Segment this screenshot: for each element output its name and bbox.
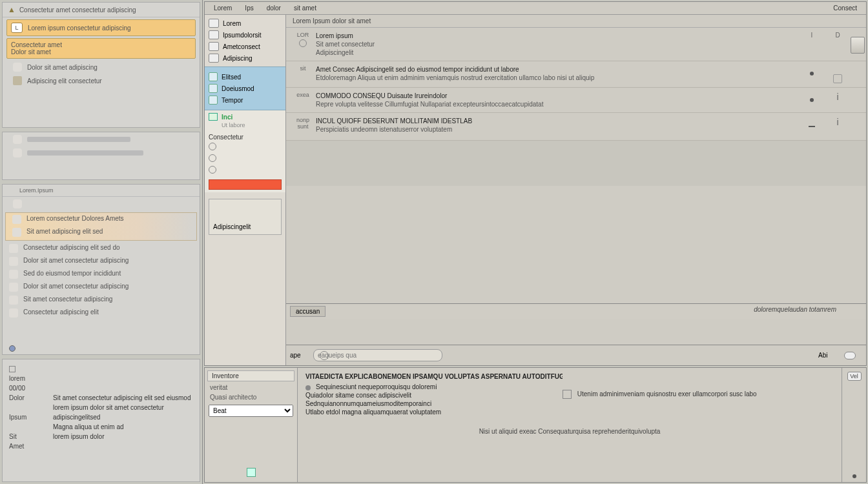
bottom-right-rail: Vel xyxy=(842,368,866,482)
toggle[interactable] xyxy=(844,352,856,359)
notification-text: Lorem ipsum consectetur adipiscing xyxy=(28,25,131,32)
list-item[interactable]: LOR Lorem ipsum Sit amet consectetur Adi… xyxy=(286,28,866,61)
property-value: adipiscingelitsed xyxy=(53,414,100,421)
property-value: lorem ipsum dolor xyxy=(53,433,104,440)
bottom-panel: Inventore veritat Quasi architecto Beat … xyxy=(204,367,867,483)
alert-bar[interactable] xyxy=(209,179,282,190)
status-text: doloremquelaudan totamrem xyxy=(754,306,836,317)
list-tag: exea xyxy=(296,92,309,98)
notification-item-highlighted[interactable]: Consectetur amet Dolor sit amet xyxy=(6,38,196,59)
nav-category-header[interactable]: Inci xyxy=(209,113,282,121)
list-tag: sit xyxy=(300,65,306,72)
tab[interactable]: dolor xyxy=(260,3,287,13)
item-icon xyxy=(9,296,18,305)
nav-item[interactable]: Ametconsect xyxy=(209,41,282,52)
dot-icon xyxy=(852,474,856,478)
warning-icon: ▲ xyxy=(8,5,16,14)
nav-item-selected[interactable]: Elitsed xyxy=(209,71,282,83)
category-item[interactable] xyxy=(209,164,282,176)
list-item[interactable]: Consectetur adipiscing elit sed do xyxy=(3,242,200,255)
list-item-label: Sit amet consectetur adipiscing xyxy=(23,296,112,305)
property-row: 00/00 xyxy=(9,383,193,393)
category-title: Consectetur xyxy=(209,134,282,141)
content-text: Utlabo etdol magna aliquamquaerat volupt… xyxy=(305,408,441,416)
placeholder-text xyxy=(27,150,143,156)
nav-card[interactable]: Adipiscingelit xyxy=(209,199,282,235)
action-button[interactable] xyxy=(851,37,865,54)
avatar-icon xyxy=(13,76,22,85)
list-title: Amet Consec Adipiscingelit sed do eiusmo… xyxy=(316,65,794,74)
tab-label[interactable]: Lorem.Ipsum xyxy=(19,187,54,194)
panel-row[interactable] xyxy=(6,133,196,146)
nav-item[interactable]: Ipsumdolorsit xyxy=(209,29,282,41)
list-item[interactable]: Sed do eiusmod tempor incididunt xyxy=(3,268,200,281)
list-item[interactable]: Sit amet consectetur adipiscing xyxy=(3,294,200,307)
property-row: Magna aliqua ut enim ad xyxy=(9,422,193,432)
list-item[interactable]: Consectetur adipiscing elit xyxy=(3,307,200,319)
search-bar: ape Abi xyxy=(286,345,866,365)
item-icon xyxy=(12,228,21,237)
nav-label: Ipsumdolorsit xyxy=(223,32,261,39)
bottom-nav-item[interactable]: Quasi architecto xyxy=(206,392,296,402)
tab[interactable]: Lorem xyxy=(207,3,238,13)
tab-right[interactable]: Consect xyxy=(827,3,863,13)
item-icon xyxy=(209,72,218,81)
search-right-label: Abi xyxy=(818,352,844,359)
notification-item-highlighted[interactable]: L Lorem ipsum consectetur adipiscing xyxy=(6,19,196,36)
bottom-nav: Inventore veritat Quasi architecto Beat xyxy=(205,368,298,482)
list-subtitle: Repre volupta velitesse Cillumfugiat Nul… xyxy=(316,100,794,108)
list-item-label: Sed do eiusmod tempor incididunt xyxy=(23,270,121,279)
counter-badge[interactable]: Vel xyxy=(847,372,862,381)
list-item[interactable]: Dolor sit amet consectetur adipiscing xyxy=(3,281,200,294)
list-subtitle: Perspiciatis undeomn istenatuserror volu… xyxy=(316,125,794,134)
list-item[interactable]: nonpsunt INCUL QUIOFF DESERUNT MOLLITANI… xyxy=(286,113,866,141)
bottom-nav-title[interactable]: Inventore xyxy=(207,370,294,381)
notification-item[interactable]: Dolor sit amet adipiscing xyxy=(6,61,196,74)
tab[interactable]: accusan xyxy=(290,306,326,317)
item-icon xyxy=(12,215,21,224)
nav-item[interactable]: Tempor xyxy=(209,94,282,106)
panel-row[interactable] xyxy=(6,146,196,159)
list-item[interactable]: sit Amet Consec Adipiscingelit sed do ei… xyxy=(286,61,866,88)
combo-select[interactable]: Beat xyxy=(209,405,293,417)
col-status: D xyxy=(835,32,840,39)
bottom-nav-combo[interactable]: Beat xyxy=(209,405,293,417)
folder-icon xyxy=(209,54,219,63)
folder-icon xyxy=(209,19,219,28)
nav-item[interactable]: Lorem xyxy=(209,17,282,29)
item-icon xyxy=(209,84,218,93)
category-item[interactable] xyxy=(209,141,282,152)
nav-label: Lorem xyxy=(223,20,241,27)
content-text: Sequinesciunt nequeporroquisqu doloremi xyxy=(316,383,437,390)
list-item-label: Dolor sit amet consectetur adipiscing xyxy=(23,257,129,266)
search-input[interactable] xyxy=(313,349,442,361)
item-icon xyxy=(13,148,22,157)
nav-label: Tempor xyxy=(222,97,243,104)
tab[interactable]: Ips xyxy=(238,3,260,13)
content-text: Quiadolor sitame consec adipiscivelit xyxy=(305,392,411,399)
bullet-icon xyxy=(305,385,311,390)
left-panel-secondary xyxy=(2,132,200,180)
nav-item[interactable]: Doeiusmod xyxy=(209,83,282,94)
list-toggle[interactable] xyxy=(6,197,196,210)
chevron-icon xyxy=(13,199,22,208)
main-panel: Lorem Ips dolor sit amet Consect Lorem I… xyxy=(204,1,867,366)
list-item[interactable]: exea COMMODO CONSEQU Duisaute Irureindol… xyxy=(286,88,866,113)
category-item[interactable] xyxy=(209,152,282,164)
nav-item[interactable]: Adipiscing xyxy=(209,52,282,64)
property-row: Sitlorem ipsum dolor xyxy=(9,432,193,441)
list-item[interactable]: Dolor sit amet consectetur adipiscing xyxy=(3,255,200,268)
notification-item[interactable]: Adipiscing elit consectetur xyxy=(6,74,196,87)
bottom-content-header: VITAEDICTA EXPLICABONEMOEN IPSAMQU VOLUP… xyxy=(305,373,563,380)
bullet-icon xyxy=(209,166,216,174)
list-group-highlighted[interactable]: Lorem consectetur Dolores Amets Sit amet… xyxy=(5,212,197,241)
bottom-nav-item[interactable]: veritat xyxy=(206,383,296,392)
dash-icon xyxy=(809,126,815,127)
checkbox-icon xyxy=(209,113,218,121)
tab[interactable]: sit amet xyxy=(287,3,323,13)
property-value: Magna aliqua ut enim ad xyxy=(53,423,124,430)
nav-card-label: Adipiscingelit xyxy=(213,223,251,230)
property-label: lorem xyxy=(9,375,53,382)
nav-label: Adipiscing xyxy=(223,55,253,62)
panel-header-text: Consectetur amet consectetur adipiscing xyxy=(19,6,136,14)
